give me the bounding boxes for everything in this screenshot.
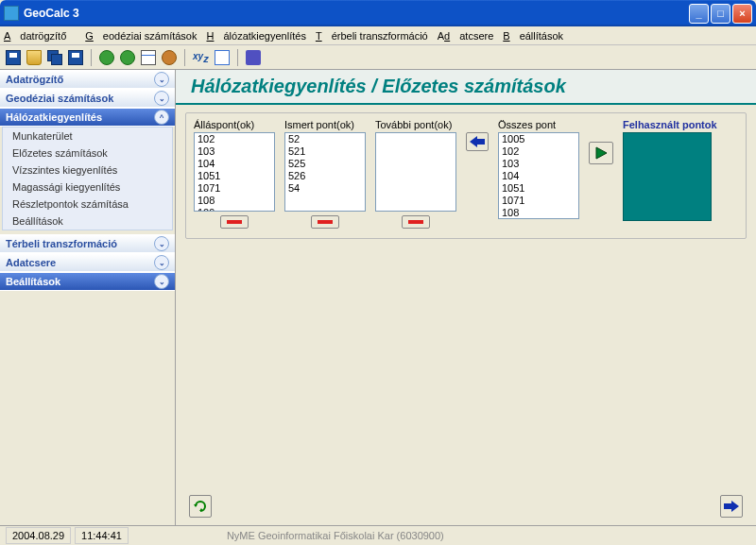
osszes-label: Összes pont [498, 119, 579, 130]
sidebar-item[interactable]: Magassági kiegyenlítés [3, 179, 172, 196]
help-icon[interactable] [246, 50, 261, 65]
disk-icon[interactable] [68, 50, 83, 65]
sidebar-label: Beállítások [6, 276, 60, 287]
svg-marker-1 [596, 147, 607, 159]
status-time: 11:44:41 [75, 527, 129, 544]
save-icon[interactable] [6, 50, 21, 65]
toolbar-separator [91, 49, 92, 66]
refresh-button[interactable] [189, 495, 212, 518]
save-multi-icon[interactable] [47, 50, 62, 65]
remove-ismert-button[interactable] [311, 215, 339, 229]
globe-green2-icon[interactable] [120, 50, 135, 65]
globe-green-icon[interactable] [99, 50, 114, 65]
menu-adatrogzito[interactable]: Adatrögzítő [4, 30, 76, 42]
sidebar-item[interactable]: Részletpontok számítása [3, 196, 172, 213]
sidebar-item[interactable]: Vízszintes kiegyenlítés [3, 162, 172, 179]
felhasznalt-box [623, 132, 712, 221]
list-item[interactable]: 1071 [195, 182, 274, 195]
list-item[interactable]: 103 [499, 158, 578, 170]
move-left-button[interactable] [466, 132, 489, 151]
globe-brown-icon[interactable] [162, 50, 177, 65]
sidebar-group-beallitasok[interactable]: Beállítások ⌄ [0, 272, 175, 291]
sidebar-group-terbeli[interactable]: Térbeli transzformáció ⌄ [0, 234, 175, 253]
chevron-up-icon: ^ [154, 110, 169, 125]
menu-bar: Adatrögzítő Geodéziai számítások Hálózat… [0, 26, 756, 45]
svg-marker-4 [724, 501, 739, 512]
grid-icon[interactable] [141, 50, 156, 65]
list-item[interactable]: 108 [195, 195, 274, 207]
maximize-button[interactable]: □ [711, 4, 730, 24]
toolbar: xyz [0, 45, 756, 70]
list-item[interactable]: 102 [195, 133, 274, 145]
list-item[interactable]: 108 [499, 207, 578, 219]
menu-halozat[interactable]: Hálózatkiegyenlítés [207, 30, 306, 42]
remove-allas-button[interactable] [220, 215, 249, 229]
list-item[interactable]: 1005 [499, 133, 578, 145]
open-icon[interactable] [26, 50, 42, 65]
minimize-button[interactable]: _ [689, 4, 709, 24]
svg-marker-2 [194, 504, 198, 507]
menu-beallitasok[interactable]: Beállítások [503, 30, 563, 42]
list-item[interactable]: 104 [499, 170, 578, 182]
remove-tovabbi-button[interactable] [402, 215, 430, 229]
felhasznalt-label: Felhasznált pontok [623, 119, 717, 130]
list-item[interactable]: 109 [195, 207, 274, 212]
allas-label: Álláspont(ok) [194, 119, 275, 130]
sidebar-label: Hálózatkiegyenlítés [6, 111, 102, 123]
run-button[interactable] [589, 142, 613, 164]
list-item[interactable]: 1051 [499, 182, 578, 195]
sidebar-items: Munkaterület Előzetes számítások Vízszin… [2, 127, 173, 230]
toolbar-separator [237, 49, 238, 66]
sidebar-label: Térbeli transzformáció [6, 238, 117, 249]
menu-adatcsere[interactable]: Adatcsere [438, 30, 494, 42]
list-item[interactable]: 52 [285, 133, 365, 145]
list-item[interactable]: 1071 [499, 195, 578, 207]
tovabbi-listbox[interactable] [375, 132, 456, 212]
list-item[interactable]: 525 [285, 158, 365, 170]
title-bar: GeoCalc 3 _ □ × [0, 0, 756, 26]
app-icon [4, 6, 19, 21]
tovabbi-label: További pont(ok) [375, 119, 456, 130]
status-bar: 2004.08.29 11:44:41 NyME Geoinformatikai… [0, 525, 756, 545]
doc-icon[interactable] [215, 50, 230, 65]
chevron-down-icon: ⌄ [154, 274, 169, 289]
sidebar-label: Geodéziai számítások [6, 93, 113, 104]
list-item[interactable]: 103 [195, 145, 274, 158]
refresh-icon [193, 499, 208, 514]
list-item[interactable]: 102 [499, 145, 578, 158]
ismert-listbox[interactable]: 5252152552654 [284, 132, 366, 212]
sidebar-group-adatcsere[interactable]: Adatcsere ⌄ [0, 253, 175, 272]
menu-geodeziai[interactable]: Geodéziai számítások [85, 30, 197, 42]
sidebar-label: Adatcsere [6, 257, 56, 268]
play-icon [594, 146, 608, 160]
chevron-down-icon: ⌄ [154, 72, 169, 87]
list-item[interactable]: 1051 [195, 170, 274, 182]
sidebar-item[interactable]: Munkaterület [3, 128, 172, 145]
list-item[interactable]: 54 [285, 182, 365, 195]
arrow-right-icon [724, 501, 739, 512]
status-date: 2004.08.29 [6, 527, 71, 544]
list-item[interactable]: 104 [195, 158, 274, 170]
next-button[interactable] [720, 495, 743, 518]
allas-listbox[interactable]: 10210310410511071108109110 [194, 132, 275, 212]
list-item[interactable]: 521 [285, 145, 365, 158]
svg-marker-0 [470, 136, 485, 147]
chevron-down-icon: ⌄ [154, 255, 169, 270]
chevron-down-icon: ⌄ [154, 236, 169, 251]
main-area: Hálózatkiegyenlítés / Előzetes számításo… [176, 70, 756, 525]
points-panel: Álláspont(ok) 10210310410511071108109110… [185, 112, 747, 239]
sidebar-group-adatrogzito[interactable]: Adatrögzítő ⌄ [0, 70, 175, 89]
window-title: GeoCalc 3 [24, 7, 689, 20]
sidebar-item[interactable]: Beállítások [3, 213, 172, 230]
list-item[interactable]: 526 [285, 170, 365, 182]
sidebar-group-geodeziai[interactable]: Geodéziai számítások ⌄ [0, 89, 175, 108]
page-title: Hálózatkiegyenlítés / Előzetes számításo… [176, 70, 756, 105]
sidebar-item[interactable]: Előzetes számítások [3, 145, 172, 162]
osszes-listbox[interactable]: 100510210310410511071108109 [498, 132, 579, 219]
sidebar-group-halozat[interactable]: Hálózatkiegyenlítés ^ [0, 108, 175, 127]
menu-terbeli[interactable]: Térbeli transzformáció [316, 30, 428, 42]
arrow-left-icon [470, 136, 485, 147]
close-button[interactable]: × [732, 4, 752, 24]
xyz-icon[interactable]: xyz [193, 51, 209, 64]
status-footer: NyME Geoinformatikai Főiskolai Kar (6030… [132, 530, 750, 541]
